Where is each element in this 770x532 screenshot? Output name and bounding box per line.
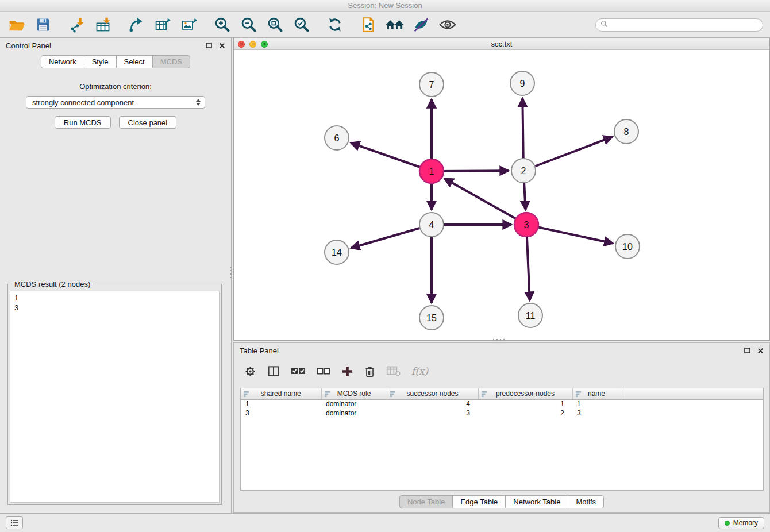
column-header-mcds-role[interactable]: MCDS role <box>321 388 387 399</box>
function-builder-icon: f(x) <box>411 365 428 377</box>
close-table-panel-icon[interactable] <box>757 348 764 354</box>
column-header-label: shared name <box>261 390 301 398</box>
vertical-splitter-handle[interactable] <box>230 267 232 280</box>
optimization-dropdown[interactable]: strongly connected component <box>26 96 205 109</box>
tab-style[interactable]: Style <box>84 55 117 68</box>
table-cell[interactable]: 3 <box>387 408 478 418</box>
node-15[interactable]: 15 <box>419 306 444 330</box>
node-3[interactable]: 3 <box>514 213 538 237</box>
deselect-all-icon[interactable] <box>317 367 330 376</box>
node-6[interactable]: 6 <box>325 126 349 150</box>
import-network-icon[interactable] <box>67 15 86 34</box>
table-cell[interactable]: dominator <box>321 408 387 418</box>
column-header-name[interactable]: name <box>572 388 621 399</box>
open-file-icon[interactable] <box>7 15 26 34</box>
network-view-window: scc.txt 7968124314101511 <box>233 38 770 341</box>
horizontal-splitter-handle[interactable] <box>493 339 507 341</box>
column-header-shared-name[interactable]: shared name <box>241 388 321 399</box>
control-panel: Control Panel NetworkStyleSelectMCDS Opt… <box>0 38 232 513</box>
zoom-tool-group <box>213 15 311 34</box>
save-session-icon[interactable] <box>33 15 53 34</box>
table-cell[interactable]: 1 <box>478 399 572 408</box>
close-panel-icon[interactable] <box>219 43 225 49</box>
node-1[interactable]: 1 <box>419 159 444 183</box>
zoom-in-icon[interactable] <box>213 15 232 34</box>
zoom-selected-icon[interactable] <box>292 15 311 34</box>
node-label: 7 <box>429 80 434 90</box>
main-toolbar <box>0 12 770 38</box>
edge-3-1[interactable] <box>445 179 526 225</box>
tab-mcds[interactable]: MCDS <box>152 55 190 68</box>
tab-edge-table[interactable]: Edge Table <box>452 495 506 508</box>
export-table-icon[interactable] <box>153 15 172 34</box>
table-settings-gear-icon[interactable] <box>244 365 256 377</box>
column-header-successor-nodes[interactable]: successor nodes <box>387 388 478 399</box>
refresh-tool-group <box>325 15 345 34</box>
column-header-predecessor-nodes[interactable]: predecessor nodes <box>478 388 572 399</box>
table-cell[interactable]: 1 <box>572 399 621 408</box>
control-panel-header: Control Panel <box>0 38 231 53</box>
node-8[interactable]: 8 <box>614 119 638 144</box>
style-painter-icon[interactable] <box>411 15 431 34</box>
node-10[interactable]: 10 <box>615 234 640 259</box>
zoom-fit-icon[interactable] <box>265 15 285 34</box>
edge-1-6[interactable] <box>351 143 432 171</box>
table-cell[interactable]: 4 <box>387 399 478 408</box>
export-image-icon[interactable] <box>179 15 199 34</box>
status-bar: Memory <box>0 513 770 532</box>
node-14[interactable]: 14 <box>325 240 349 264</box>
tab-motifs[interactable]: Motifs <box>568 495 604 508</box>
close-panel-button[interactable]: Close panel <box>119 116 177 129</box>
node-label: 1 <box>429 167 434 176</box>
table-cell-filler <box>621 399 763 408</box>
network-graph-canvas[interactable]: 7968124314101511 <box>234 50 769 340</box>
export-network-icon[interactable] <box>126 15 146 34</box>
session-title: Session: New Session <box>348 1 422 10</box>
node-9[interactable]: 9 <box>510 71 534 95</box>
zoom-out-icon[interactable] <box>239 15 259 34</box>
run-mcds-button[interactable]: Run MCDS <box>55 116 111 129</box>
tab-node-table[interactable]: Node Table <box>399 495 453 508</box>
table-cell[interactable]: 2 <box>478 408 572 418</box>
node-7[interactable]: 7 <box>419 72 444 97</box>
add-column-icon[interactable] <box>341 365 353 377</box>
node-label: 9 <box>520 79 525 88</box>
memory-button[interactable]: Memory <box>718 517 764 529</box>
optimization-dropdown-value: strongly connected component <box>32 98 134 107</box>
edge-3-10[interactable] <box>526 225 613 244</box>
table-cell[interactable]: 3 <box>572 408 621 418</box>
table-row[interactable]: 3dominator323 <box>241 408 763 418</box>
search-box[interactable] <box>595 18 763 32</box>
float-table-panel-icon[interactable] <box>744 348 750 353</box>
tab-select[interactable]: Select <box>116 55 153 68</box>
node-4[interactable]: 4 <box>419 213 444 237</box>
table-cell[interactable]: dominator <box>321 399 387 408</box>
annotation-icon[interactable] <box>359 15 378 34</box>
show-hide-eye-icon[interactable] <box>438 15 457 34</box>
table-panel: Table Panel <box>233 342 770 513</box>
column-header-label: name <box>588 390 605 398</box>
node-2[interactable]: 2 <box>511 159 536 183</box>
select-all-icon[interactable] <box>291 367 306 376</box>
node-label: 6 <box>334 133 340 143</box>
table-panel-header: Table Panel <box>234 343 769 358</box>
home-icon[interactable] <box>385 15 405 34</box>
mcds-result-list[interactable]: 13 <box>10 291 220 503</box>
table-cell[interactable]: 1 <box>241 399 321 408</box>
search-input[interactable] <box>611 21 758 29</box>
network-window-title: scc.txt <box>234 40 769 48</box>
edge-2-8[interactable] <box>523 137 613 171</box>
node-11[interactable]: 11 <box>518 303 542 327</box>
tab-network[interactable]: Network <box>41 55 84 68</box>
panel-menu-button[interactable] <box>6 516 23 529</box>
table-cell[interactable]: 3 <box>241 408 321 418</box>
import-table-icon[interactable] <box>93 15 113 34</box>
float-panel-icon[interactable] <box>206 43 212 48</box>
delete-column-trash-icon[interactable] <box>364 365 375 377</box>
tab-network-table[interactable]: Network Table <box>505 495 568 508</box>
mcds-result-line: 3 <box>14 303 215 313</box>
refresh-view-icon[interactable] <box>325 15 345 34</box>
table-cell-filler <box>621 408 763 418</box>
show-columns-icon[interactable] <box>267 365 280 377</box>
table-row[interactable]: 1dominator411 <box>241 399 763 408</box>
